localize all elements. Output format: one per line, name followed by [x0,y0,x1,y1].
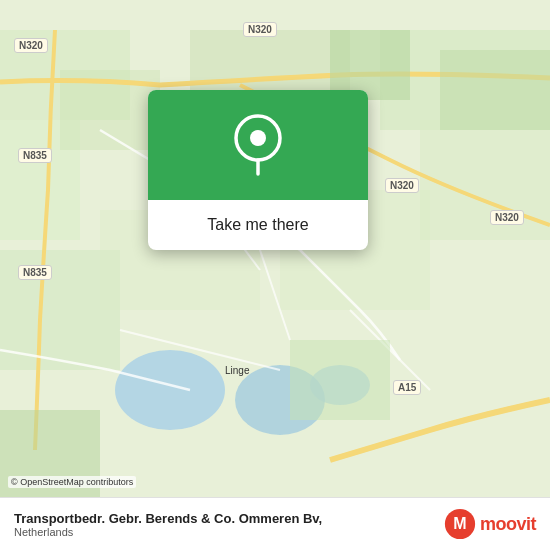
footer-title: Transportbedr. Gebr. Berends & Co. Ommer… [14,511,322,526]
svg-rect-16 [290,340,390,420]
map-container: N320 N320 N320 N320 N835 N835 A15 Linge … [0,0,550,550]
road-label-n320-far-right: N320 [490,210,524,225]
road-label-n320-top-left: N320 [14,38,48,53]
footer-info: Transportbedr. Gebr. Berends & Co. Ommer… [14,511,322,538]
road-label-a15: A15 [393,380,421,395]
road-label-n835-top: N835 [18,148,52,163]
road-label-n320-top-center: N320 [243,22,277,37]
road-label-n835-bottom: N835 [18,265,52,280]
svg-point-10 [115,350,225,430]
svg-rect-14 [440,50,550,130]
footer-subtitle: Netherlands [14,526,322,538]
svg-point-18 [250,130,266,146]
location-pin-icon [234,114,282,176]
town-label-linge: Linge [225,365,249,376]
popup-button-area[interactable]: Take me there [148,200,368,250]
road-label-n320-right: N320 [385,178,419,193]
take-me-there-button[interactable]: Take me there [164,212,352,238]
svg-text:M: M [453,515,466,532]
moovit-text: moovit [480,514,536,535]
popup-card: Take me there [148,90,368,250]
svg-rect-6 [420,120,550,240]
moovit-icon: M [444,508,476,540]
popup-green-area [148,90,368,200]
osm-attribution: © OpenStreetMap contributors [8,476,136,488]
map-background [0,0,550,550]
moovit-logo[interactable]: M moovit [444,508,536,540]
footer-bar: Transportbedr. Gebr. Berends & Co. Ommer… [0,497,550,550]
